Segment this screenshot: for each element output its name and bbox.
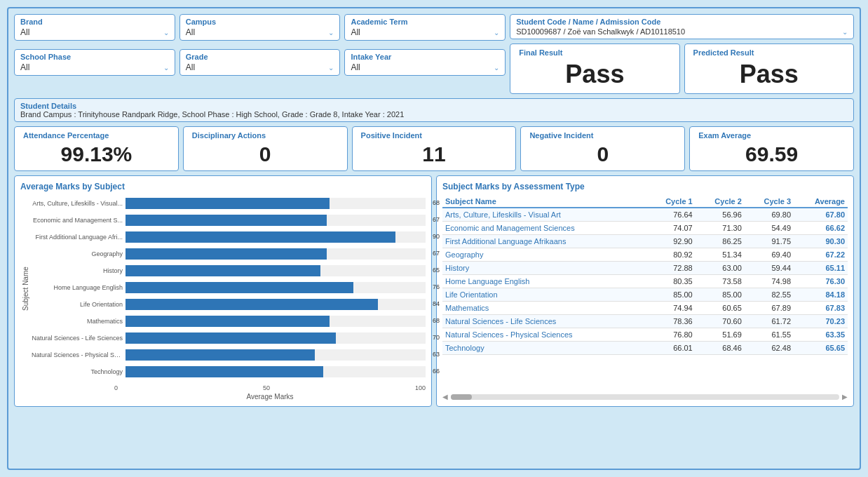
bar-fill — [126, 248, 327, 260]
bar-value: 76 — [433, 283, 440, 290]
campus-chevron-icon: ⌄ — [328, 29, 334, 36]
bar-row: Natural Sciences - Physical Sci... 63 — [32, 347, 426, 363]
cell-avg: 70.23 — [794, 315, 848, 328]
dashboard-container: Brand All ⌄ Campus All ⌄ Academic Term — [7, 7, 861, 470]
table-area: Subject Marks by Assessment Type Subject… — [436, 175, 854, 407]
intake-year-chevron-icon: ⌄ — [494, 64, 499, 72]
cell-c2: 56.96 — [696, 208, 745, 222]
intake-year-value: All — [351, 62, 360, 72]
bar-label: Natural Sciences - Physical Sci... — [32, 351, 123, 358]
student-code-select[interactable]: SD10009687 / Zoë van Schalkwyk / AD10118… — [516, 27, 848, 36]
cell-c3: 82.55 — [745, 288, 794, 302]
student-details-text: Brand Campus : Trinityhouse Randpark Rid… — [20, 110, 848, 119]
stat-exam-avg-value: 69.59 — [698, 142, 845, 166]
cell-c2: 68.46 — [696, 342, 745, 355]
predicted-result-value: Pass — [740, 60, 799, 89]
cell-c2: 73.58 — [696, 275, 745, 288]
school-phase-value: All — [20, 62, 29, 72]
bar-value: 67 — [433, 250, 440, 257]
bar-fill — [126, 198, 330, 209]
bar-container: 65 — [126, 265, 426, 276]
academic-term-select[interactable]: All ⌄ — [351, 27, 499, 37]
bar-container: 70 — [126, 332, 426, 344]
intake-year-filter[interactable]: Intake Year All ⌄ — [344, 49, 506, 76]
bar-value: 67 — [433, 216, 440, 223]
campus-value: All — [186, 27, 195, 37]
cell-c2: 60.65 — [696, 302, 745, 315]
intake-year-select[interactable]: All ⌄ — [351, 62, 499, 72]
academic-term-filter[interactable]: Academic Term All ⌄ — [344, 14, 506, 41]
horizontal-scrollbar[interactable]: ◀ ▶ — [442, 393, 848, 401]
school-phase-label: School Phase — [20, 53, 169, 61]
bar-fill — [126, 349, 315, 361]
student-code-label: Student Code / Name / Admission Code — [516, 18, 848, 26]
chart-inner: Subject Name Arts, Culture, Lifeskills -… — [20, 196, 426, 382]
bar-row: Economic and Management S... 67 — [32, 213, 426, 228]
bar-fill — [126, 282, 353, 293]
stat-exam-avg-label: Exam Average — [698, 131, 751, 140]
cell-subject: Mathematics — [442, 302, 646, 315]
stats-row: Attendance Percentage 99.13% Disciplinar… — [14, 126, 854, 171]
table-row: Natural Sciences - Physical Sciences 76.… — [442, 328, 848, 342]
scroll-thumb[interactable] — [451, 394, 472, 400]
bar-container: 68 — [126, 316, 426, 327]
cell-c1: 92.90 — [646, 235, 696, 248]
bar-label: Mathematics — [32, 318, 123, 325]
brand-select[interactable]: All ⌄ — [20, 27, 169, 37]
bar-container: 66 — [126, 366, 426, 377]
grade-filter[interactable]: Grade All ⌄ — [179, 49, 341, 76]
school-phase-filter[interactable]: School Phase All ⌄ — [14, 49, 175, 76]
bar-label: Arts, Culture, Lifeskills - Visual... — [32, 200, 123, 207]
cell-c1: 80.35 — [646, 275, 696, 288]
cell-avg: 76.30 — [794, 275, 848, 288]
student-code-filter[interactable]: Student Code / Name / Admission Code SD1… — [510, 14, 854, 39]
grade-select[interactable]: All ⌄ — [186, 62, 334, 72]
bar-fill — [126, 265, 320, 276]
stat-negative-label: Negative Incident — [529, 131, 593, 140]
bar-label: Geography — [32, 250, 123, 257]
cell-avg: 67.80 — [794, 208, 848, 222]
cell-subject: First Additional Language Afrikaans — [442, 235, 646, 248]
cell-c3: 59.44 — [745, 262, 794, 275]
stat-disciplinary: Disciplinary Actions 0 — [183, 126, 348, 171]
cell-c3: 62.48 — [745, 342, 794, 355]
chart-body: Arts, Culture, Lifeskills - Visual... 68… — [32, 196, 426, 382]
scroll-right-icon[interactable]: ▶ — [842, 393, 848, 401]
bar-fill — [126, 316, 330, 327]
cell-avg: 66.62 — [794, 222, 848, 235]
student-code-chevron-icon: ⌄ — [842, 28, 848, 36]
scroll-left-icon[interactable]: ◀ — [442, 393, 448, 401]
table-header-row: Subject Name Cycle 1 Cycle 2 Cycle 3 Ave… — [442, 196, 848, 208]
cell-subject: History — [442, 262, 646, 275]
campus-filter[interactable]: Campus All ⌄ — [179, 14, 341, 41]
brand-label: Brand — [20, 18, 169, 26]
col-cycle3: Cycle 3 — [745, 196, 794, 208]
stat-disciplinary-label: Disciplinary Actions — [192, 131, 266, 140]
brand-chevron-icon: ⌄ — [163, 29, 169, 36]
stat-attendance-value: 99.13% — [23, 142, 170, 166]
cell-c3: 69.80 — [745, 208, 794, 222]
school-phase-select[interactable]: All ⌄ — [20, 62, 169, 72]
stat-attendance: Attendance Percentage 99.13% — [14, 126, 179, 171]
cell-c2: 86.25 — [696, 235, 745, 248]
bar-fill — [126, 299, 378, 310]
cell-subject: Life Orientation — [442, 288, 646, 302]
bar-fill — [126, 366, 323, 377]
cell-avg: 65.11 — [794, 262, 848, 275]
academic-term-value: All — [351, 27, 360, 37]
brand-filter[interactable]: Brand All ⌄ — [14, 14, 175, 41]
bar-value: 84 — [433, 300, 440, 307]
cell-c3: 67.89 — [745, 302, 794, 315]
table-row: Home Language English 80.35 73.58 74.98 … — [442, 275, 848, 288]
cell-c3: 74.98 — [745, 275, 794, 288]
bar-fill — [126, 231, 395, 243]
campus-select[interactable]: All ⌄ — [186, 27, 334, 37]
cell-c1: 74.07 — [646, 222, 696, 235]
cell-avg: 67.22 — [794, 248, 848, 262]
chart-x-axis: 0 50 100 — [114, 384, 426, 391]
cell-subject: Technology — [442, 342, 646, 355]
table-scroll[interactable]: Subject Name Cycle 1 Cycle 2 Cycle 3 Ave… — [442, 196, 848, 390]
scroll-track[interactable] — [451, 394, 839, 400]
bar-value: 70 — [433, 334, 440, 341]
stat-disciplinary-value: 0 — [192, 142, 339, 166]
